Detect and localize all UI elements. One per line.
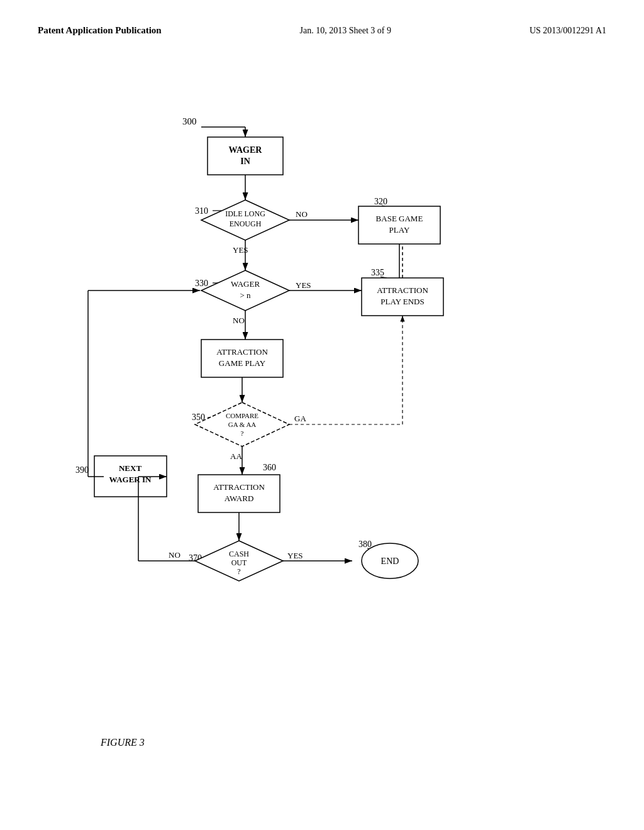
base-game-text1: BASE GAME <box>376 214 423 223</box>
publication-number: US 2013/0012291 A1 <box>530 26 606 36</box>
idle-long-text1: IDLE LONG <box>225 209 265 218</box>
no-label-370: NO <box>169 550 180 560</box>
attraction-game-text2: GAME PLAY <box>219 358 266 368</box>
no-label-310: NO <box>296 209 308 219</box>
no-label-330: NO <box>233 316 245 325</box>
label-360: 360 <box>263 463 276 472</box>
yes-label-310: YES <box>233 245 248 255</box>
attraction-ends-text1: ATTRACTION <box>377 285 428 295</box>
label-300: 300 <box>182 116 197 126</box>
publication-title: Patent Application Publication <box>38 25 162 36</box>
label-310: 310 <box>195 206 208 216</box>
wager-in-box <box>208 137 283 175</box>
attraction-award-text1: ATTRACTION <box>213 482 265 492</box>
flowchart-diagram: 300 WAGER IN 310 IDLE LONG ENOUGH NO 320… <box>0 82 644 773</box>
end-text: END <box>381 556 399 566</box>
attraction-ends-text2: PLAY ENDS <box>380 297 424 306</box>
attraction-game-text1: ATTRACTION <box>216 347 268 357</box>
base-game-text2: PLAY <box>389 225 410 235</box>
aa-label: AA <box>230 451 242 461</box>
compare-text3: ? <box>241 429 244 437</box>
wager-in-text2: IN <box>240 157 250 166</box>
next-wager-text1: NEXT <box>119 463 142 473</box>
cash-out-text3: ? <box>237 567 240 576</box>
label-380: 380 <box>358 540 372 549</box>
compare-text1: COMPARE <box>226 412 258 419</box>
figure-label: FIGURE 3 <box>101 737 145 748</box>
cash-out-text1: CASH <box>229 550 249 558</box>
publication-date: Jan. 10, 2013 Sheet 3 of 9 <box>300 26 391 36</box>
wager-in-text: WAGER <box>229 145 263 155</box>
label-330: 330 <box>195 279 208 288</box>
label-390: 390 <box>75 465 89 475</box>
wager-n-text2: > n <box>240 290 251 300</box>
attraction-award-text2: AWARD <box>225 494 254 503</box>
idle-long-text2: ENOUGH <box>230 219 262 228</box>
yes-label-370: YES <box>287 551 303 560</box>
compare-text2: GA & AA <box>228 421 257 428</box>
ga-label: GA <box>294 414 306 423</box>
page-header: Patent Application Publication Jan. 10, … <box>0 0 644 36</box>
label-320: 320 <box>374 197 387 206</box>
yes-label-330: YES <box>296 280 311 290</box>
cash-out-text2: OUT <box>231 558 247 567</box>
wager-n-text1: WAGER <box>231 279 260 289</box>
label-335: 335 <box>371 268 384 277</box>
